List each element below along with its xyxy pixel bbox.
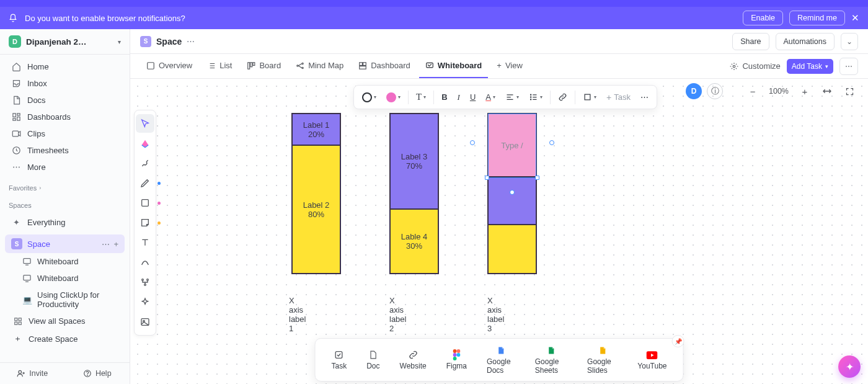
dock-website[interactable]: Website [391, 347, 435, 373]
zoom-controls: D ⓘ − 100% + [686, 83, 858, 100]
add-task-toolbar[interactable]: +Task [602, 89, 635, 106]
automations-button[interactable]: Automations [776, 33, 835, 50]
space-badge: S [140, 36, 151, 47]
list-picker[interactable]: ▾ [525, 89, 547, 105]
dock-task[interactable]: Task [323, 347, 356, 373]
embed-dock: Task Doc Website Figma Google Docs Googl… [315, 338, 684, 382]
dock-doc[interactable]: Doc [358, 347, 388, 373]
zoom-in-button[interactable]: + [796, 83, 813, 100]
workspace-switcher[interactable]: D Dipanjenah 2… ▾ [0, 29, 130, 55]
sticky-tool[interactable] [136, 213, 154, 232]
remind-me-button[interactable]: Remind me [789, 11, 845, 25]
tab-overview[interactable]: Overview [140, 55, 198, 78]
ai-fab[interactable]: ✦ [838, 355, 861, 378]
sidebar-item-productivity[interactable]: 💻Using ClickUp for Productivity [5, 287, 125, 313]
pen-tool[interactable] [136, 174, 154, 192]
more-icon[interactable]: ⋯ [839, 58, 858, 75]
sidebar-item-everything[interactable]: ✦Everything [5, 214, 125, 231]
tool-rail [134, 110, 156, 336]
ai-tool[interactable] [136, 293, 154, 311]
svg-rect-14 [19, 322, 21, 324]
sidebar-item-home[interactable]: Home [5, 58, 125, 75]
align-picker[interactable]: ▾ [501, 89, 523, 105]
user-avatar[interactable]: D [686, 83, 702, 99]
bold-button[interactable]: B [437, 89, 451, 105]
diagram-tool[interactable] [136, 273, 154, 292]
dock-youtube[interactable]: YouTube [629, 347, 675, 373]
share-button[interactable]: Share [732, 33, 769, 50]
top-strip [0, 0, 868, 7]
close-icon[interactable]: ✕ [851, 12, 859, 24]
svg-rect-26 [363, 62, 366, 65]
italic-button[interactable]: I [453, 89, 464, 106]
sidebar-item-inbox[interactable]: Inbox [5, 75, 125, 92]
mindmap-icon [296, 61, 304, 70]
link-button[interactable] [554, 89, 572, 105]
sidebar-item-create-space[interactable]: ＋Create Space [5, 329, 125, 348]
sidebar-item-viewall[interactable]: View all Spaces [5, 313, 125, 329]
dock-figma[interactable]: Figma [438, 347, 476, 373]
dock-gsheets[interactable]: Google Sheets [526, 342, 576, 377]
x-axis-label: X axis label 2 [389, 296, 406, 333]
breadcrumb-name[interactable]: Space [156, 37, 182, 47]
connector-tool[interactable] [136, 154, 154, 172]
position-picker[interactable]: ▾ [578, 89, 601, 105]
text-color-picker[interactable]: A▾ [481, 89, 500, 105]
underline-button[interactable]: U [466, 89, 480, 105]
dock-gdocs[interactable]: Google Docs [478, 342, 524, 377]
more-icon[interactable]: ⋯ [102, 239, 110, 249]
tab-list[interactable]: List [201, 55, 238, 78]
zoom-value[interactable]: 100% [766, 87, 791, 96]
stroke-color-picker[interactable]: ▾ [358, 89, 381, 106]
pointer-tool[interactable] [136, 114, 154, 133]
sidebar-section-favorites[interactable]: Favorites› [0, 179, 130, 197]
chevron-down-icon[interactable]: ⌄ [841, 33, 858, 50]
sidebar-item-whiteboard[interactable]: Whiteboard [5, 253, 125, 270]
resize-handle[interactable] [549, 140, 554, 145]
whiteboard-icon [22, 274, 32, 283]
tab-mindmap[interactable]: Mind Map [290, 55, 350, 78]
resize-handle[interactable] [470, 140, 475, 145]
invite-button[interactable]: Invite [0, 363, 65, 384]
tab-add-view[interactable]: +View [490, 55, 529, 78]
sidebar-item-docs[interactable]: Docs [5, 92, 125, 109]
zoom-out-button[interactable]: − [744, 83, 761, 100]
dock-gslides[interactable]: Google Slides [578, 342, 626, 377]
whiteboard-canvas[interactable]: ▾ ▾ T▾ B I U A▾ ▾ ▾ ▾ +Task ⋯ D ⓘ [130, 79, 868, 384]
resize-handle[interactable] [485, 176, 489, 180]
sidebar-item-space[interactable]: S Space ⋯+ [5, 234, 125, 253]
resize-handle[interactable] [510, 190, 515, 195]
sidebar-item-more[interactable]: More [5, 159, 125, 176]
tab-board[interactable]: Board [241, 55, 287, 78]
sidebar-item-clips[interactable]: Clips [5, 125, 125, 142]
fullscreen-button[interactable] [841, 83, 858, 100]
add-task-button[interactable]: Add Task▾ [787, 59, 833, 74]
sidebar-item-timesheets[interactable]: Timesheets [5, 142, 125, 159]
tab-whiteboard[interactable]: Whiteboard [419, 55, 489, 78]
pin-icon[interactable]: 📌 [672, 335, 684, 347]
fill-color-picker[interactable]: ▾ [382, 89, 405, 106]
image-tool[interactable] [136, 313, 154, 331]
enable-button[interactable]: Enable [743, 11, 783, 25]
text-tool[interactable] [136, 233, 154, 252]
info-icon[interactable]: ⓘ [707, 83, 723, 99]
sidebar-label: Dashboards [27, 112, 71, 122]
clickup-tool[interactable] [136, 134, 154, 153]
more-icon[interactable]: ⋯ [636, 89, 653, 105]
chart-column[interactable]: Label 120% Label 280% [291, 113, 341, 274]
sidebar-item-dashboards[interactable]: Dashboards [5, 109, 125, 125]
plus-icon[interactable]: + [113, 239, 118, 249]
chevron-right-icon: › [39, 185, 41, 191]
shape-tool[interactable] [136, 194, 154, 212]
tab-dashboard[interactable]: Dashboard [352, 55, 417, 78]
sidebar-item-whiteboard[interactable]: Whiteboard [5, 270, 125, 287]
customize-button[interactable]: Customize [730, 61, 780, 71]
line-tool[interactable] [136, 253, 154, 272]
more-icon[interactable]: ⋯ [187, 37, 195, 46]
chart-column[interactable]: Label 370% Lable 430% [389, 113, 439, 274]
fit-width-button[interactable] [818, 83, 836, 100]
text-style-picker[interactable]: T▾ [412, 88, 430, 106]
resize-handle[interactable] [535, 176, 539, 180]
help-button[interactable]: Help [65, 363, 130, 384]
svg-rect-19 [248, 62, 250, 69]
